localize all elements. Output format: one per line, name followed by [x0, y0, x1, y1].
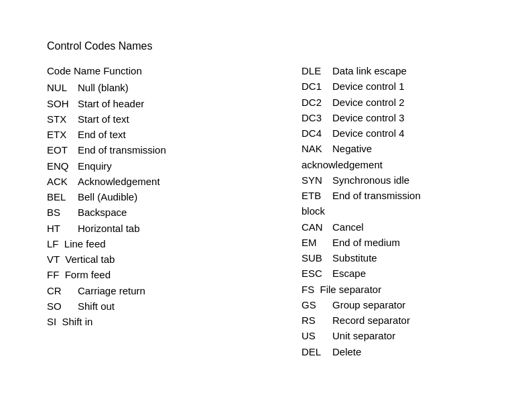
list-item: ETB End of transmission: [302, 188, 485, 203]
list-item: NUL Null (blank): [47, 80, 302, 95]
func-DC4: Device control 4: [332, 125, 485, 141]
func-RS: Record separator: [332, 312, 485, 328]
code-SUB: SUB: [302, 250, 332, 266]
list-item: FF Form feed: [47, 267, 302, 282]
columns-wrapper: Code Name Function NUL Null (blank) SOH …: [47, 63, 485, 359]
code-SYN: SYN: [302, 172, 332, 188]
func-EM: End of medium: [332, 235, 485, 250]
list-item: SYN Synchronous idle: [302, 172, 485, 188]
list-item: DEL Delete: [302, 344, 485, 359]
code-HT: HT: [47, 221, 78, 236]
func-DEL: Delete: [332, 344, 485, 359]
code-CR: CR: [47, 283, 78, 298]
code-ESC: ESC: [302, 266, 332, 281]
code-CAN: CAN: [302, 219, 332, 235]
list-item: EOT End of transmission: [47, 142, 302, 158]
code-DLE: DLE: [302, 63, 332, 78]
list-item: SO Shift out: [47, 298, 302, 314]
code-BS: BS: [47, 205, 78, 220]
func-DLE: Data link escape: [332, 63, 485, 78]
list-item: ESC Escape: [302, 266, 485, 281]
func-DC1: Device control 1: [332, 78, 485, 94]
code-SOH: SOH: [47, 96, 78, 111]
func-US: Unit separator: [332, 328, 485, 343]
code-EM: EM: [302, 235, 332, 250]
func-NAK: Negative: [332, 141, 485, 156]
func-ESC: Escape: [332, 266, 485, 281]
list-item: FS File separator: [302, 282, 485, 297]
code-BEL: BEL: [47, 189, 78, 205]
func-ETX: End of text: [78, 127, 302, 142]
func-DC3: Device control 3: [332, 110, 485, 125]
func-CAN: Cancel: [332, 219, 485, 235]
code-DC2: DC2: [302, 95, 332, 110]
func-BS: Backspace: [78, 205, 302, 220]
func-BEL: Bell (Audible): [78, 189, 302, 205]
list-item: US Unit separator: [302, 328, 485, 343]
func-EOT: End of transmission: [78, 142, 302, 158]
list-item: GS Group separator: [302, 297, 485, 312]
func-HT: Horizontal tab: [78, 221, 302, 236]
func-SO: Shift out: [78, 298, 302, 314]
list-item: STX Start of text: [47, 111, 302, 127]
page: Control Codes Names Code Name Function N…: [0, 0, 532, 399]
func-DC2: Device control 2: [332, 95, 485, 110]
func-GS: Group separator: [332, 297, 485, 312]
code-EOT: EOT: [47, 142, 78, 158]
list-item: DLE Data link escape: [302, 63, 485, 78]
list-item: NAK Negative: [302, 141, 485, 156]
func-CR: Carriage return: [78, 283, 302, 298]
left-column: Code Name Function NUL Null (blank) SOH …: [47, 63, 302, 359]
code-DC4: DC4: [302, 125, 332, 141]
list-item: RS Record separator: [302, 312, 485, 328]
code-ENQ: ENQ: [47, 158, 78, 174]
list-item: HT Horizontal tab: [47, 221, 302, 236]
list-item: BS Backspace: [47, 205, 302, 220]
code-ETX: ETX: [47, 127, 78, 142]
list-item: EM End of medium: [302, 235, 485, 250]
page-title: Control Codes Names: [47, 40, 485, 52]
code-RS: RS: [302, 312, 332, 328]
code-SO: SO: [47, 298, 78, 314]
code-DC3: DC3: [302, 110, 332, 125]
list-item: VT Vertical tab: [47, 251, 302, 267]
code-NUL: NUL: [47, 80, 78, 95]
list-item: DC1 Device control 1: [302, 78, 485, 94]
list-item: CAN Cancel: [302, 219, 485, 235]
table-header: Code Name Function: [47, 63, 302, 78]
list-item: ETX End of text: [47, 127, 302, 142]
func-ACK: Acknowledgement: [78, 174, 302, 189]
code-STX: STX: [47, 111, 78, 127]
nak-continuation: acknowledgement: [302, 157, 485, 172]
func-NUL: Null (blank): [78, 80, 302, 95]
code-GS: GS: [302, 297, 332, 312]
func-ENQ: Enquiry: [78, 158, 302, 174]
list-item: ENQ Enquiry: [47, 158, 302, 174]
func-SOH: Start of header: [78, 96, 302, 111]
list-item: ACK Acknowledgement: [47, 174, 302, 189]
etb-continuation: block: [302, 203, 485, 219]
list-item: DC2 Device control 2: [302, 95, 485, 110]
list-item: SI Shift in: [47, 314, 302, 329]
code-US: US: [302, 328, 332, 343]
list-item: SUB Substitute: [302, 250, 485, 266]
func-STX: Start of text: [78, 111, 302, 127]
list-item: LF Line feed: [47, 236, 302, 251]
list-item: CR Carriage return: [47, 283, 302, 298]
list-item: BEL Bell (Audible): [47, 189, 302, 205]
func-SUB: Substitute: [332, 250, 485, 266]
code-ACK: ACK: [47, 174, 78, 189]
func-SYN: Synchronous idle: [332, 172, 485, 188]
code-NAK: NAK: [302, 141, 332, 156]
code-DC1: DC1: [302, 78, 332, 94]
code-DEL: DEL: [302, 344, 332, 359]
right-column: DLE Data link escape DC1 Device control …: [302, 63, 485, 359]
list-item: DC3 Device control 3: [302, 110, 485, 125]
header-text: Code Name Function: [47, 63, 142, 78]
code-ETB: ETB: [302, 188, 332, 203]
list-item: SOH Start of header: [47, 96, 302, 111]
func-ETB: End of transmission: [332, 188, 485, 203]
list-item: DC4 Device control 4: [302, 125, 485, 141]
